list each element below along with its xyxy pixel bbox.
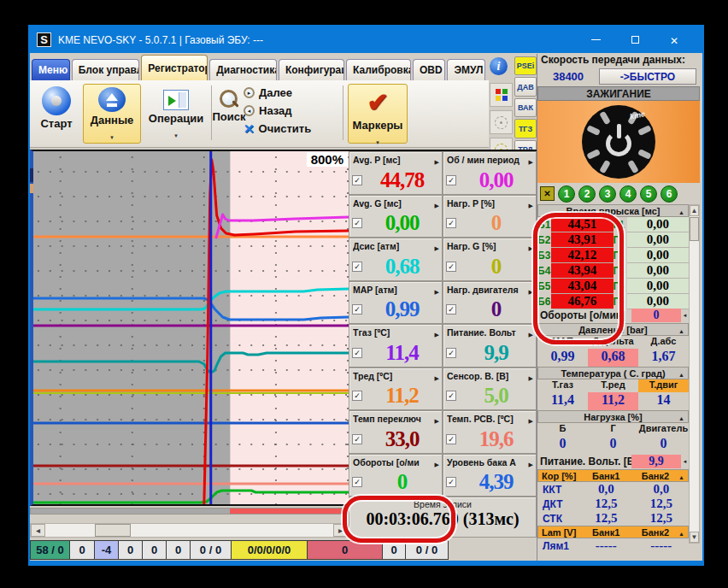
expand-arrow-icon[interactable]: [529, 282, 533, 297]
gauge-checkbox[interactable]: [352, 304, 362, 315]
load-header[interactable]: Нагрузка [%]: [537, 410, 689, 423]
collapse-arrow-icon[interactable]: [678, 206, 684, 216]
cylinder-indicator-1[interactable]: 1: [558, 185, 575, 203]
strip-item-ДАВ[interactable]: ДАВ: [514, 77, 537, 96]
expand-arrow-icon[interactable]: [529, 238, 533, 254]
close-button[interactable]: [655, 26, 694, 53]
cylinder-indicator-3[interactable]: 3: [599, 185, 616, 203]
scroll-down-icon[interactable]: ▼: [690, 532, 699, 543]
gauge-checkbox[interactable]: [446, 434, 456, 444]
expand-arrow-icon[interactable]: [529, 455, 533, 470]
cylinder-indicator-2[interactable]: 2: [578, 185, 596, 203]
gauge-checkbox[interactable]: [352, 434, 362, 444]
window-controls: [576, 26, 694, 53]
data-button[interactable]: Данные: [83, 84, 141, 144]
strip-item-ТГЗ[interactable]: ТГЗ: [514, 119, 537, 138]
dotted-view-button-disabled[interactable]: [490, 110, 513, 134]
pressure-header[interactable]: Давление [bar]: [537, 323, 689, 336]
side-arrow-icon[interactable]: ◂: [681, 458, 689, 465]
gauge-checkbox[interactable]: [352, 391, 362, 401]
info-icon[interactable]: i: [490, 57, 508, 75]
cylinder-indicator-6[interactable]: 6: [660, 185, 678, 203]
gauge-checkbox[interactable]: [352, 175, 362, 185]
tab-Меню[interactable]: Меню: [32, 59, 70, 80]
cylinder-checkbox-icon[interactable]: [540, 186, 555, 201]
gauge-checkbox[interactable]: [446, 304, 456, 315]
baud-label: Скорость передачи данных:: [537, 54, 700, 68]
scroll-thumb[interactable]: [690, 217, 699, 241]
expand-arrow-icon[interactable]: [529, 152, 533, 168]
operations-button[interactable]: Операции: [146, 84, 206, 144]
search-button[interactable]: Поиск: [214, 84, 244, 144]
scroll-thumb[interactable]: [95, 524, 131, 537]
injection-header[interactable]: Время впрыска [мс]: [537, 204, 689, 217]
injection-table: Б144,51Г10,00Б243,91Г20,00Б342,12Г30,00Б…: [537, 217, 689, 308]
gauge-checkbox[interactable]: [446, 477, 456, 487]
panel-vscrollbar[interactable]: ▲ ▼: [689, 204, 700, 544]
tab-Конфигурац[interactable]: Конфигурац: [279, 59, 344, 80]
gauge-checkbox[interactable]: [352, 477, 362, 487]
tab-Блок управл[interactable]: Блок управл: [72, 59, 140, 80]
expand-arrow-icon[interactable]: [529, 196, 533, 211]
collapse-arrow-icon[interactable]: [678, 471, 684, 481]
gauge-header: Avg. G [мс]: [349, 196, 442, 210]
start-button[interactable]: Старт: [34, 84, 79, 144]
expand-arrow-icon[interactable]: [435, 238, 439, 254]
expand-arrow-icon[interactable]: [435, 455, 439, 470]
markers-button[interactable]: Маркеры: [348, 84, 408, 144]
oscilloscope-chart[interactable]: 800%: [30, 150, 349, 506]
maximize-button[interactable]: [615, 26, 655, 53]
scroll-left-icon[interactable]: ◂: [31, 524, 45, 537]
expand-arrow-icon[interactable]: [529, 411, 533, 426]
gauge-checkbox[interactable]: [352, 218, 362, 228]
expand-arrow-icon[interactable]: [435, 282, 439, 297]
expand-arrow-icon[interactable]: [435, 196, 439, 211]
injection-gas-label: Г2: [614, 232, 627, 248]
minimize-button[interactable]: [576, 26, 615, 53]
fast-baud-button[interactable]: ->БЫСТРО: [599, 68, 696, 85]
temperature-header[interactable]: Температура ( С. град): [537, 367, 689, 379]
next-button[interactable]: ▸ Далее: [244, 85, 338, 100]
expand-arrow-icon[interactable]: [435, 411, 439, 426]
gauge-checkbox[interactable]: [446, 262, 456, 272]
gauge-checkbox[interactable]: [446, 391, 456, 401]
status-cell: 0 / 0: [191, 540, 232, 560]
app-logo: S: [37, 32, 51, 47]
color-map-button[interactable]: [490, 83, 513, 107]
tab-OBD[interactable]: OBD: [413, 59, 445, 80]
gauge-checkbox[interactable]: [352, 262, 362, 272]
expand-arrow-icon[interactable]: [529, 368, 533, 384]
collapse-arrow-icon[interactable]: [678, 412, 684, 422]
collapse-arrow-icon[interactable]: [678, 527, 684, 538]
strip-item-PSEi[interactable]: PSEi: [514, 56, 537, 75]
gauge-checkbox[interactable]: [352, 348, 362, 358]
next-label: Далее: [259, 86, 292, 99]
clear-button[interactable]: Очистить: [244, 121, 338, 136]
expand-arrow-icon[interactable]: [435, 368, 439, 384]
expand-arrow-icon[interactable]: [529, 325, 533, 340]
lam-header[interactable]: Lam [V]Банк1Банк2: [537, 526, 689, 538]
chart-hscrollbar[interactable]: ◂ ▸: [30, 523, 349, 538]
scroll-track[interactable]: [45, 524, 333, 537]
gauge-checkbox[interactable]: [446, 348, 456, 358]
corr-header[interactable]: Кор [%]Банк1Банк2: [537, 469, 689, 482]
back-button[interactable]: ◂ Назад: [244, 103, 338, 118]
gauge-checkbox[interactable]: [446, 218, 456, 228]
cylinder-indicator-5[interactable]: 5: [640, 185, 657, 203]
status-cell: 0: [119, 540, 143, 560]
collapse-arrow-icon[interactable]: [678, 325, 684, 335]
tab-Регистратор[interactable]: Регистратор: [141, 55, 208, 80]
search-next-icon: ▸: [244, 87, 255, 98]
tab-ЭМУЛ[interactable]: ЭМУЛ: [447, 59, 485, 80]
side-arrow-icon[interactable]: ◂: [681, 312, 689, 319]
scroll-up-icon[interactable]: ▲: [690, 205, 699, 216]
gauge-checkbox[interactable]: [446, 175, 456, 185]
strip-item-ВАК[interactable]: ВАК: [514, 98, 537, 117]
tab-Диагностика[interactable]: Диагностика: [209, 59, 277, 80]
collapse-arrow-icon[interactable]: [678, 368, 684, 379]
tab-Калибровка[interactable]: Калибровка: [346, 59, 411, 80]
cylinder-indicator-4[interactable]: 4: [619, 185, 637, 203]
scroll-right-icon[interactable]: ▸: [333, 524, 348, 537]
expand-arrow-icon[interactable]: [435, 325, 439, 340]
expand-arrow-icon[interactable]: [435, 152, 439, 168]
